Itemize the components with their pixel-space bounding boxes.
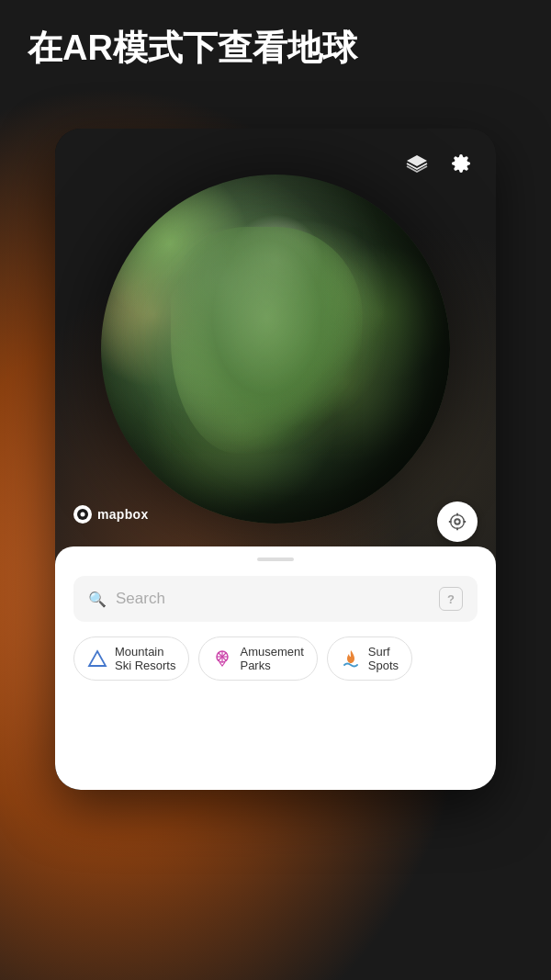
search-help-button[interactable]: ? [439,587,463,611]
settings-button[interactable] [444,147,478,180]
search-help-label: ? [447,592,455,606]
top-buttons [400,147,478,180]
category-chips: Mountain Ski Resorts [73,636,478,681]
page-title: 在AR模式下查看地球 [28,28,523,70]
surf-spots-icon [341,648,361,669]
category-chip-amusement-parks[interactable]: Amusement Parks [198,636,317,681]
svg-point-1 [455,519,460,524]
mountain-ski-label: Mountain Ski Resorts [115,645,175,672]
mapbox-label: mapbox [97,507,148,522]
mapbox-logo-icon [73,505,92,524]
svg-point-5 [81,513,85,517]
location-icon [447,512,467,532]
location-button[interactable] [437,501,478,542]
amusement-parks-icon [212,648,232,669]
globe [101,175,450,524]
category-chip-surf-spots[interactable]: Surf Spots [327,636,412,681]
mapbox-icon [76,508,89,521]
bottom-panel: 🔍 Search ? Mountain Ski Resorts [55,546,496,790]
layers-button[interactable] [400,147,433,180]
panel-handle [257,558,294,561]
search-icon: 🔍 [88,591,107,608]
search-input-placeholder[interactable]: Search [116,590,430,608]
gear-icon [451,153,471,174]
amusement-parks-label: Amusement Parks [240,645,303,672]
mapbox-branding: mapbox [73,505,148,524]
earth-globe [101,175,450,524]
svg-marker-6 [89,651,106,666]
mountain-ski-icon [87,648,107,669]
category-chip-mountain-ski[interactable]: Mountain Ski Resorts [73,636,189,681]
svg-point-2 [451,515,465,529]
phone-mockup: mapbox 🔍 Search ? Mountain [55,129,496,790]
layers-icon [405,152,429,175]
surf-spots-label: Surf Spots [368,645,399,672]
search-bar[interactable]: 🔍 Search ? [73,576,478,622]
